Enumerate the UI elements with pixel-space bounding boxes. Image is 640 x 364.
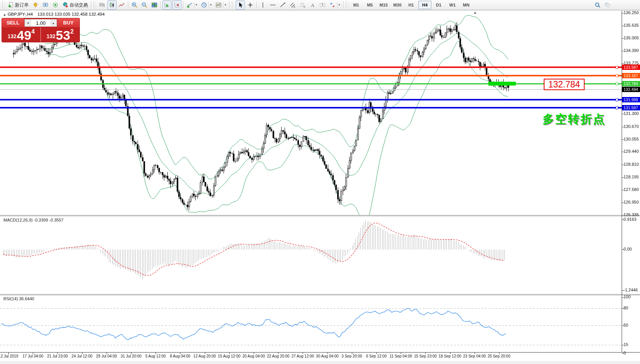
axis-tick-label: 130.670	[624, 124, 639, 129]
templates-icon	[215, 2, 222, 8]
candlestick-chart-button[interactable]	[107, 0, 117, 10]
dropdown-caret-icon[interactable]: ▾	[209, 2, 212, 8]
indicators-button[interactable]: ▾	[185, 0, 199, 10]
toolbar-drag-handle	[2, 2, 5, 8]
toolbar-separator	[256, 1, 257, 9]
sell-button[interactable]: SELL	[2, 18, 24, 28]
date-label: 23 Sep 04:00	[463, 354, 486, 358]
signals-icon	[52, 2, 58, 8]
market-depth-button[interactable]	[41, 0, 50, 10]
price-annotation-box[interactable]: 132.784	[544, 79, 585, 90]
axis-price-label: 133.167	[622, 73, 640, 78]
channel-button[interactable]: E	[288, 0, 297, 10]
axis-tick-label: 100	[624, 294, 630, 299]
svg-text:T: T	[322, 3, 324, 7]
new-order-button-label: 新订单	[15, 2, 29, 8]
date-label: 22 Aug 20:00	[267, 354, 290, 358]
date-label: 6 Sep 12:00	[366, 354, 387, 358]
timeframe-mn-button[interactable]: MN	[460, 1, 473, 9]
zoom-out-icon	[141, 2, 147, 8]
line-chart-button[interactable]	[117, 0, 126, 10]
toolbar-right-group	[593, 0, 640, 10]
dropdown-caret-icon[interactable]: ▾	[194, 2, 197, 8]
market-depth-icon	[42, 2, 49, 8]
axis-price-label: 132.784	[622, 81, 640, 86]
date-label: 15 Sep 23:00	[414, 354, 437, 358]
tile-windows-button[interactable]	[150, 0, 159, 10]
vertical-line-icon	[260, 2, 266, 8]
arrows-button[interactable]: ▾	[328, 0, 342, 10]
autotrading-button[interactable]: 自动交易	[61, 0, 89, 10]
horizontal-line-button[interactable]	[268, 0, 277, 10]
search-icon	[595, 2, 601, 8]
new-order-button[interactable]: 新订单	[6, 0, 30, 10]
trendline-button[interactable]	[278, 0, 287, 10]
timeframe-m15-button[interactable]: M15	[377, 1, 390, 9]
toolbar-separator	[128, 1, 128, 9]
chat-button[interactable]	[603, 0, 612, 10]
axis-tick-label: 134.390	[624, 48, 639, 53]
axis-tick-label: 15	[624, 342, 628, 347]
timeframe-h1-button[interactable]: H1	[405, 1, 418, 9]
fibonacci-icon: F	[300, 2, 306, 8]
date-label: 27 Aug 12:00	[292, 354, 314, 358]
axis-tick-label: 131.300	[624, 111, 639, 116]
chart-canvas[interactable]	[0, 11, 640, 364]
text-label-button[interactable]: T	[318, 0, 327, 10]
signals-button[interactable]	[51, 0, 60, 10]
metaeditor-button[interactable]	[31, 0, 40, 10]
date-label: 5 Aug 12:00	[145, 354, 165, 358]
periods-button[interactable]: ▾	[199, 0, 213, 10]
cursor-button[interactable]	[236, 0, 245, 10]
volume-input[interactable]	[31, 19, 50, 26]
timeframe-w1-button[interactable]: W1	[446, 1, 459, 9]
turning-point-annotation[interactable]: 多空转折点	[543, 112, 606, 127]
dropdown-caret-icon[interactable]: ▾	[337, 2, 340, 8]
text-button[interactable]: A	[308, 0, 317, 10]
dropdown-caret-icon[interactable]: ▾	[223, 2, 226, 8]
channel-icon: E	[290, 2, 296, 8]
crosshair-button[interactable]	[246, 0, 255, 10]
toolbar-drag-handle	[94, 2, 96, 8]
zoom-in-button[interactable]	[130, 0, 139, 10]
date-label: 15 Aug 12:00	[218, 354, 240, 358]
auto-scroll-icon	[164, 2, 170, 8]
zoom-out-button[interactable]	[140, 0, 149, 10]
chart-shift-button[interactable]	[172, 0, 181, 10]
indicators-icon	[186, 2, 193, 8]
axis-tick-label: 128.195	[624, 175, 639, 179]
toolbar-group	[130, 0, 159, 10]
timeframe-m1-button[interactable]: M1	[350, 1, 363, 9]
axis-price-label: 131.999	[622, 97, 640, 102]
buy-button[interactable]: BUY	[57, 18, 79, 28]
bar-chart-button[interactable]	[97, 0, 107, 10]
axis-tick-label: -1.2446	[624, 288, 638, 292]
sell-price[interactable]: 132 49 4	[2, 28, 41, 42]
toolbar-separator	[91, 1, 91, 9]
volume-decrease-icon[interactable]: ▼	[25, 19, 31, 26]
periods-icon	[201, 2, 207, 8]
one-click-trading-panel: SELL ▼ ▲ BUY 132 49 4 132 53 2	[2, 18, 80, 42]
fibonacci-button[interactable]: F	[298, 0, 307, 10]
timeframe-m5-button[interactable]: M5	[363, 1, 376, 9]
timeframe-h4-button[interactable]: H4	[418, 1, 431, 9]
buy-price-figure: 132	[47, 33, 55, 39]
chart-title: ▲GBPJPY-,H4133.013 133.035 132.458 132.4…	[3, 12, 105, 16]
auto-scroll-button[interactable]	[162, 0, 172, 10]
svg-text:E: E	[294, 6, 295, 8]
date-label: 12 Aug 20:00	[193, 354, 216, 358]
toolbar-group	[235, 0, 255, 10]
axis-tick-label: 126.950	[624, 200, 639, 204]
volume-increase-icon[interactable]: ▲	[50, 19, 57, 26]
crosshair-icon	[247, 2, 253, 8]
metaeditor-icon	[32, 2, 39, 8]
toolbar-separator	[343, 1, 343, 9]
timeframe-m30-button[interactable]: M30	[391, 1, 404, 9]
candlestick-chart-icon	[109, 2, 115, 8]
collapse-marker-icon[interactable]: ▲	[3, 13, 6, 16]
templates-button[interactable]: ▾	[214, 0, 228, 10]
vertical-line-button[interactable]	[258, 0, 267, 10]
buy-price[interactable]: 132 53 2	[41, 28, 80, 42]
timeframe-d1-button[interactable]: D1	[432, 1, 445, 9]
search-button[interactable]	[593, 0, 602, 10]
